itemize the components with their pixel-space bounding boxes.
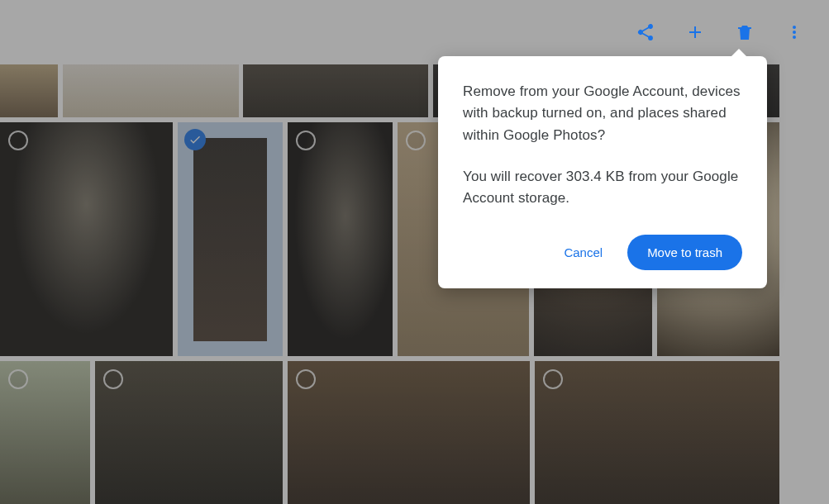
dialog-actions: Cancel Move to trash bbox=[463, 235, 742, 270]
dialog-message-1: Remove from your Google Account, devices… bbox=[463, 81, 742, 146]
move-to-trash-dialog: Remove from your Google Account, devices… bbox=[438, 56, 767, 288]
photos-app: Remove from your Google Account, devices… bbox=[0, 0, 829, 504]
selection-toolbar bbox=[0, 0, 829, 64]
plus-icon[interactable] bbox=[685, 22, 705, 42]
share-icon[interactable] bbox=[636, 22, 655, 42]
dialog-caret bbox=[731, 49, 747, 57]
dialog-message-2: You will recover 303.4 KB from your Goog… bbox=[463, 166, 742, 210]
cancel-button[interactable]: Cancel bbox=[564, 245, 603, 259]
move-to-trash-button[interactable]: Move to trash bbox=[627, 235, 742, 270]
more-vert-icon[interactable] bbox=[784, 22, 804, 42]
trash-icon[interactable] bbox=[735, 22, 755, 42]
